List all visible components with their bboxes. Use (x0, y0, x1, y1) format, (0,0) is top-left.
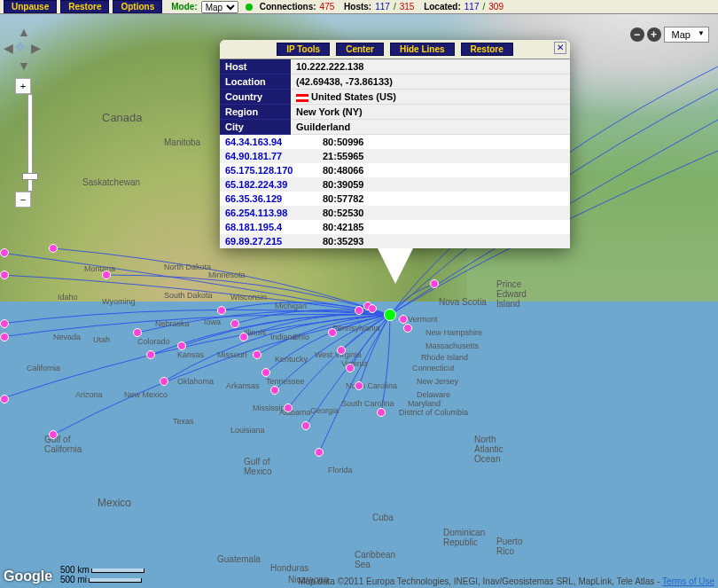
port-cell: 80:50996 (317, 135, 570, 149)
port-cell: 80:39059 (317, 177, 570, 192)
ip-row[interactable]: 69.89.27.21580:35293 (220, 234, 570, 248)
options-button[interactable]: Options (113, 0, 162, 13)
city-key: City (220, 120, 291, 135)
hosts-value-a: 117 (375, 2, 390, 12)
unpause-button[interactable]: Unpause (4, 0, 57, 13)
terms-link[interactable]: Terms of Use (662, 576, 714, 586)
port-cell: 80:52530 (317, 206, 570, 220)
center-button[interactable]: Center (336, 43, 384, 56)
map-type-select[interactable]: Map (664, 27, 709, 43)
ip-row[interactable]: 65.175.128.17080:48066 (220, 163, 570, 177)
close-icon[interactable]: ✕ (554, 42, 566, 54)
map-nav-controls: ▲ ▼ ▶ ◀ ✥ + − (0, 27, 44, 208)
mode-select[interactable]: Map (201, 1, 238, 13)
located-value-b: 309 (488, 2, 503, 12)
ip-cell: 65.175.128.170 (220, 163, 317, 177)
ip-cell: 69.89.27.215 (220, 234, 317, 248)
ip-cell: 64.34.163.94 (220, 135, 317, 149)
ip-cell: 64.90.181.77 (220, 149, 317, 163)
ip-cell: 66.254.113.98 (220, 206, 317, 220)
toolbar: Unpause Restore Options Mode: Map Connec… (0, 0, 718, 14)
ip-row[interactable]: 64.90.181.7721:55965 (220, 149, 570, 163)
host-value: 10.222.222.138 (291, 59, 570, 74)
port-cell: 80:42185 (317, 220, 570, 234)
pan-west-icon[interactable]: ◀ (4, 41, 13, 55)
pan-east-icon[interactable]: ▶ (31, 41, 41, 55)
pan-center-icon[interactable]: ✥ (15, 40, 26, 54)
ip-cell: 65.182.224.39 (220, 177, 317, 192)
google-logo: Google (4, 568, 52, 584)
info-header: IP Tools Center Hide Lines Restore (220, 40, 570, 59)
pan-north-icon[interactable]: ▲ (18, 25, 30, 39)
minus-circle-icon[interactable]: − (630, 27, 644, 42)
pan-south-icon[interactable]: ▼ (18, 59, 30, 73)
hosts-value-b: 315 (400, 2, 415, 12)
hosts-label: Hosts: (344, 2, 371, 12)
ip-list[interactable]: 64.34.163.9480:5099664.90.181.7721:55965… (220, 135, 570, 248)
country-value: United States (US) (291, 90, 570, 105)
ip-row[interactable]: 64.34.163.9480:50996 (220, 135, 570, 149)
ip-row[interactable]: 68.181.195.480:42185 (220, 220, 570, 234)
restore-button[interactable]: Restore (60, 0, 109, 13)
ip-cell: 68.181.195.4 (220, 220, 317, 234)
zoom-thumb[interactable] (22, 173, 38, 180)
ip-row[interactable]: 66.35.36.12980:57782 (220, 192, 570, 206)
location-value: (42.69438, -73.86133) (291, 74, 570, 90)
ip-cell: 66.35.36.129 (220, 192, 317, 206)
ip-row[interactable]: 66.254.113.9880:52530 (220, 206, 570, 220)
host-key: Host (220, 59, 291, 74)
info-window: ✕ IP Tools Center Hide Lines Restore Hos… (220, 40, 570, 248)
port-cell: 80:48066 (317, 163, 570, 177)
port-cell: 80:57782 (317, 192, 570, 206)
port-cell: 21:55965 (317, 149, 570, 163)
plus-circle-icon[interactable]: + (647, 27, 661, 42)
mode-label: Mode: (171, 2, 197, 12)
zoom-slider[interactable] (27, 94, 33, 192)
country-key: Country (220, 90, 291, 105)
located-label: Located: (424, 2, 461, 12)
us-flag-icon (296, 94, 308, 102)
zoom-in-button[interactable]: + (15, 78, 31, 94)
ip-row[interactable]: 65.182.224.3980:39059 (220, 177, 570, 192)
hidelines-button[interactable]: Hide Lines (390, 43, 455, 56)
iptools-button[interactable]: IP Tools (277, 43, 330, 56)
host-details-table: Host10.222.222.138 Location(42.69438, -7… (220, 59, 570, 135)
location-key: Location (220, 74, 291, 90)
region-key: Region (220, 105, 291, 120)
connections-label: Connections: (260, 2, 316, 12)
region-value: New York (NY) (291, 105, 570, 120)
info-restore-button[interactable]: Restore (461, 43, 513, 56)
city-value: Guilderland (291, 120, 570, 135)
right-controls: − + Map (630, 27, 709, 43)
connections-value: 475 (320, 2, 335, 12)
scale-bar: 500 km 500 mi (60, 565, 144, 584)
port-cell: 80:35293 (317, 234, 570, 248)
pan-control: ▲ ▼ ▶ ◀ ✥ (0, 27, 44, 71)
status-indicator-icon (246, 4, 253, 11)
attribution: Map data ©2011 Europa Technologies, INEG… (298, 576, 714, 586)
located-value-a: 117 (464, 2, 480, 12)
zoom-out-button[interactable]: − (15, 192, 31, 208)
